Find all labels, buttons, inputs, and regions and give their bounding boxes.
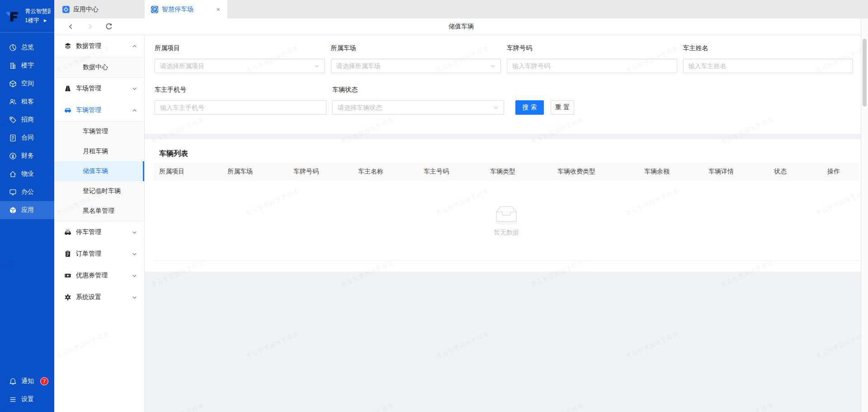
tab-smart-parking[interactable]: P 智慧停车场 × bbox=[145, 0, 227, 19]
column-header-actions: 操作 bbox=[827, 168, 863, 176]
section-gap bbox=[145, 134, 868, 139]
building-icon bbox=[9, 62, 17, 70]
column-header-parking-lot: 所属车场 bbox=[227, 168, 293, 176]
chevron-up-icon bbox=[132, 44, 137, 49]
owner-phone-input[interactable] bbox=[160, 104, 321, 111]
space-cube-icon bbox=[9, 80, 17, 88]
field-vehicle-status: 车辆状态 bbox=[332, 85, 504, 115]
tree-group-vehicle-management[interactable]: 车辆管理 bbox=[54, 99, 144, 121]
empty-state: 暂无数据 bbox=[154, 181, 859, 261]
tree-item-data-center[interactable]: 数据中心 bbox=[54, 57, 144, 77]
order-clipboard-icon bbox=[64, 250, 71, 258]
tree-group-data-management[interactable]: 数据管理 bbox=[54, 35, 144, 57]
sidebar-item-notifications[interactable]: 通知 7 bbox=[0, 372, 54, 390]
tree-item-blacklist-management[interactable]: 黑名单管理 bbox=[54, 201, 144, 221]
reset-button[interactable]: 重 置 bbox=[551, 100, 574, 115]
layers-icon bbox=[64, 42, 71, 50]
tree-item-monthly-vehicles[interactable]: 月租车辆 bbox=[54, 141, 144, 161]
vertical-scrollbar[interactable] bbox=[861, 19, 868, 412]
primary-sidebar: 青云智慧园 1楼宇 ▶ 总览 楼宇 空间 租客 bbox=[0, 0, 54, 412]
chevron-down-icon bbox=[132, 273, 137, 278]
field-project: 所属项目 bbox=[155, 43, 325, 73]
brand[interactable]: 青云智慧园 1楼宇 ▶ bbox=[0, 0, 54, 33]
field-owner-name: 车主姓名 bbox=[683, 43, 854, 73]
org-sub: 1楼宇 ▶ bbox=[25, 17, 51, 24]
company-logo-icon bbox=[5, 8, 22, 25]
overview-icon bbox=[9, 44, 17, 52]
merchant-tag-icon bbox=[9, 116, 17, 124]
empty-box-icon bbox=[492, 204, 521, 225]
chevron-up-icon bbox=[132, 108, 137, 113]
plate-number-input-wrap[interactable] bbox=[507, 59, 677, 73]
close-tab-icon[interactable]: × bbox=[215, 5, 221, 14]
tree-group-system-settings[interactable]: 系统设置 bbox=[54, 286, 144, 308]
parking-lot-select[interactable] bbox=[331, 59, 501, 73]
column-header-vehicle-type: 车辆类型 bbox=[490, 168, 557, 176]
empty-text: 暂无数据 bbox=[494, 229, 519, 237]
notification-badge: 7 bbox=[40, 377, 48, 385]
tree-group-parking-management[interactable]: 停车管理 bbox=[54, 221, 144, 243]
plate-number-input[interactable] bbox=[512, 62, 672, 70]
chevron-down-icon bbox=[132, 252, 137, 257]
field-owner-phone: 车主手机号 bbox=[155, 85, 326, 115]
parking-lot-select-input[interactable] bbox=[336, 62, 488, 70]
parking-car-icon bbox=[64, 229, 71, 236]
tree-item-registered-temp-vehicles[interactable]: 登记临时车辆 bbox=[54, 181, 144, 201]
org-name: 青云智慧园 bbox=[25, 8, 51, 15]
column-header-charge-type: 车辆收费类型 bbox=[557, 168, 644, 176]
gear-icon bbox=[64, 294, 71, 301]
vehicle-table-section: 车辆列表 所属项目 所属车场 车牌号码 车主名称 车主号码 车辆类型 车辆收费类… bbox=[145, 139, 868, 272]
vehicle-status-select-input[interactable] bbox=[338, 104, 491, 111]
back-icon[interactable] bbox=[67, 23, 75, 31]
svg-text:P: P bbox=[153, 7, 156, 12]
tree-group-lot-management[interactable]: 车场管理 bbox=[54, 78, 144, 99]
menu-lines-icon bbox=[9, 396, 17, 403]
expand-caret-icon[interactable]: ▶ bbox=[44, 19, 47, 23]
owner-phone-input-wrap[interactable] bbox=[155, 100, 326, 115]
vehicle-status-select[interactable] bbox=[332, 100, 504, 115]
project-select[interactable] bbox=[155, 59, 325, 73]
form-row-1: 所属项目 所属车场 bbox=[155, 43, 859, 73]
sidebar-item-finance[interactable]: 财务 bbox=[0, 147, 54, 165]
column-header-project: 所属项目 bbox=[159, 168, 227, 176]
owner-name-input-wrap[interactable] bbox=[683, 59, 854, 73]
sidebar-item-contract[interactable]: 合同 bbox=[0, 129, 54, 147]
chevron-down-icon bbox=[132, 230, 137, 235]
sidebar-item-tenants[interactable]: 租客 bbox=[0, 93, 54, 111]
scrollbar-thumb[interactable] bbox=[863, 39, 867, 107]
road-icon bbox=[64, 85, 71, 92]
sidebar-item-property[interactable]: 物业 bbox=[0, 165, 54, 183]
tree-group-coupon-management[interactable]: 优惠券管理 bbox=[54, 265, 144, 286]
page-toolbar: 储值车辆 bbox=[54, 19, 868, 35]
apps-box-icon bbox=[9, 206, 17, 214]
body-row: 数据管理 数据中心 车场管理 车辆管理 bbox=[54, 35, 868, 412]
tree-sidebar: 数据管理 数据中心 车场管理 车辆管理 bbox=[54, 35, 145, 412]
app-root: 青云智慧园 1楼宇 ▶ 总览 楼宇 空间 租客 bbox=[0, 0, 868, 412]
tree-children-data-management: 数据中心 bbox=[54, 57, 144, 78]
form-buttons: 搜 索 重 置 bbox=[515, 85, 574, 115]
column-header-owner-name: 车主名称 bbox=[358, 168, 424, 176]
forward-icon[interactable] bbox=[86, 23, 94, 31]
car-icon bbox=[64, 107, 71, 114]
sidebar-item-office[interactable]: 办公 bbox=[0, 183, 54, 201]
table-header-row: 所属项目 所属车场 车牌号码 车主名称 车主号码 车辆类型 车辆收费类型 车辆余… bbox=[154, 163, 859, 181]
field-parking-lot: 所属车场 bbox=[331, 43, 501, 73]
project-select-input[interactable] bbox=[160, 62, 311, 70]
sidebar-item-overview[interactable]: 总览 bbox=[0, 38, 54, 56]
column-header-balance: 车辆余额 bbox=[644, 168, 708, 176]
chevron-down-icon bbox=[132, 86, 137, 91]
column-header-owner-phone: 车主号码 bbox=[424, 168, 490, 176]
search-button[interactable]: 搜 索 bbox=[515, 100, 544, 115]
page-title: 储值车辆 bbox=[54, 23, 868, 31]
sidebar-item-apps[interactable]: 应用 bbox=[0, 201, 54, 219]
refresh-icon[interactable] bbox=[105, 23, 113, 31]
sidebar-item-merchant[interactable]: 招商 bbox=[0, 111, 54, 129]
tree-group-order-management[interactable]: 订单管理 bbox=[54, 243, 144, 265]
owner-name-input[interactable] bbox=[689, 62, 848, 70]
tree-item-vehicle-management[interactable]: 车辆管理 bbox=[54, 122, 144, 141]
tree-item-stored-value-vehicles[interactable]: 储值车辆 bbox=[54, 161, 144, 181]
tab-app-center[interactable]: 应用中心 bbox=[55, 0, 106, 19]
sidebar-item-space[interactable]: 空间 bbox=[0, 75, 54, 93]
sidebar-item-settings[interactable]: 设置 bbox=[0, 390, 54, 408]
sidebar-item-building[interactable]: 楼宇 bbox=[0, 56, 54, 75]
